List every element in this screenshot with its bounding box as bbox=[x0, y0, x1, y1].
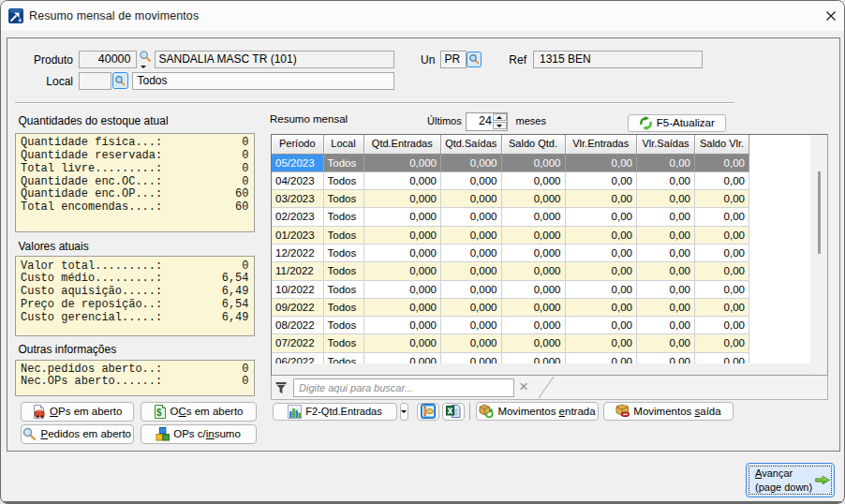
svg-text:$: $ bbox=[156, 408, 162, 418]
